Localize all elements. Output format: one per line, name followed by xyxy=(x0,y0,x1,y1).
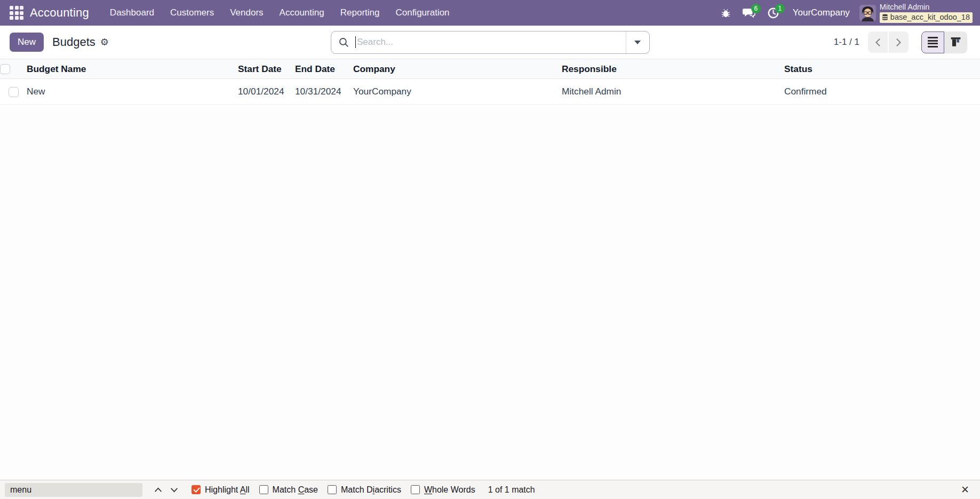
database-badge: base_acc_kit_odoo_18 xyxy=(880,12,973,23)
budgets-list-table: Budget Name Start Date End Date Company … xyxy=(0,59,980,105)
app-name[interactable]: Accounting xyxy=(30,6,89,20)
menu-item-configuration[interactable]: Configuration xyxy=(387,0,457,26)
cell-end-date[interactable]: 10/31/2024 xyxy=(295,79,353,105)
column-header-status[interactable]: Status xyxy=(784,59,980,79)
search-bar xyxy=(331,31,650,54)
user-menu[interactable]: Mitchell Admin base_acc_kit_odoo_18 xyxy=(859,3,975,22)
findbar-close-button[interactable]: ✕ xyxy=(958,484,973,496)
highlight-all-checkbox[interactable] xyxy=(192,485,201,494)
chevron-left-icon xyxy=(874,38,881,47)
user-avatar xyxy=(859,5,876,21)
main-menu: Dashboard Customers Vendors Accounting R… xyxy=(102,0,458,26)
pager-range: 1-1 / 1 xyxy=(834,37,859,47)
pager-previous-button[interactable] xyxy=(868,31,888,53)
kanban-view-button[interactable] xyxy=(944,31,967,53)
close-icon: ✕ xyxy=(961,484,969,495)
whole-words-option[interactable]: Whole Words xyxy=(411,485,475,495)
search-input[interactable] xyxy=(356,37,626,47)
table-row[interactable]: New 10/01/2024 10/31/2024 YourCompany Mi… xyxy=(0,79,980,105)
main-content: Budget Name Start Date End Date Company … xyxy=(0,59,980,499)
activities-button[interactable]: 1 xyxy=(761,0,785,26)
database-icon xyxy=(882,14,888,21)
bug-icon xyxy=(721,8,731,18)
company-switcher[interactable]: YourCompany xyxy=(793,7,850,18)
pager-next-button[interactable] xyxy=(889,31,909,53)
menu-item-accounting[interactable]: Accounting xyxy=(272,0,332,26)
kanban-view-icon xyxy=(951,37,961,47)
column-header-end-date[interactable]: End Date xyxy=(295,59,353,79)
chevron-down-icon xyxy=(634,41,641,44)
control-panel: New Budgets ⚙ 1-1 / 1 xyxy=(0,26,980,59)
match-case-checkbox[interactable] xyxy=(259,485,268,494)
search-options-toggle[interactable] xyxy=(626,31,649,53)
list-view-icon xyxy=(928,37,938,47)
chevron-right-icon xyxy=(895,38,902,47)
column-header-start-date[interactable]: Start Date xyxy=(238,59,295,79)
whole-words-checkbox[interactable] xyxy=(411,485,420,494)
search-icon xyxy=(339,37,349,47)
user-name: Mitchell Admin xyxy=(880,3,929,12)
cell-start-date[interactable]: 10/01/2024 xyxy=(238,79,295,105)
view-switcher xyxy=(921,31,967,53)
list-view-button[interactable] xyxy=(921,31,944,53)
highlight-all-option[interactable]: Highlight All xyxy=(192,485,250,495)
column-header-company[interactable]: Company xyxy=(353,59,562,79)
match-diacritics-checkbox[interactable] xyxy=(328,485,337,494)
find-previous-button[interactable] xyxy=(150,482,166,497)
chevron-down-icon xyxy=(170,487,178,493)
pager: 1-1 / 1 xyxy=(834,31,967,53)
messages-button[interactable]: 6 xyxy=(737,0,761,26)
find-next-button[interactable] xyxy=(166,482,182,497)
column-header-budget-name[interactable]: Budget Name xyxy=(27,59,238,79)
find-input[interactable] xyxy=(5,483,142,497)
menu-item-customers[interactable]: Customers xyxy=(162,0,222,26)
user-meta: Mitchell Admin base_acc_kit_odoo_18 xyxy=(880,3,973,22)
cell-budget-name[interactable]: New xyxy=(27,79,238,105)
messages-count-badge: 6 xyxy=(751,4,761,13)
apps-menu-icon[interactable] xyxy=(10,6,23,20)
browser-findbar: Highlight All Match Case Match Diacritic… xyxy=(0,480,980,499)
menu-item-vendors[interactable]: Vendors xyxy=(222,0,271,26)
page-title: Budgets xyxy=(52,35,95,49)
column-header-responsible[interactable]: Responsible xyxy=(562,59,784,79)
match-diacritics-option[interactable]: Match Diacritics xyxy=(328,485,401,495)
row-checkbox[interactable] xyxy=(9,87,19,97)
debug-bug-icon[interactable] xyxy=(715,0,737,26)
navbar-systray: 6 1 YourCompany xyxy=(715,0,975,26)
menu-item-reporting[interactable]: Reporting xyxy=(332,0,388,26)
match-case-option[interactable]: Match Case xyxy=(259,485,318,495)
cell-status[interactable]: Confirmed xyxy=(784,79,980,105)
database-name: base_acc_kit_odoo_18 xyxy=(890,13,970,22)
actions-gear-icon[interactable]: ⚙ xyxy=(100,37,109,47)
activities-count-badge: 1 xyxy=(775,4,785,13)
cell-responsible[interactable]: Mitchell Admin xyxy=(562,79,784,105)
find-match-status: 1 of 1 match xyxy=(488,485,535,495)
select-all-checkbox[interactable] xyxy=(0,64,10,74)
new-button[interactable]: New xyxy=(10,33,44,52)
menu-item-dashboard[interactable]: Dashboard xyxy=(102,0,162,26)
top-navbar: Accounting Dashboard Customers Vendors A… xyxy=(0,0,980,26)
table-header-row: Budget Name Start Date End Date Company … xyxy=(0,59,980,79)
chevron-up-icon xyxy=(154,487,162,493)
cell-company[interactable]: YourCompany xyxy=(353,79,562,105)
